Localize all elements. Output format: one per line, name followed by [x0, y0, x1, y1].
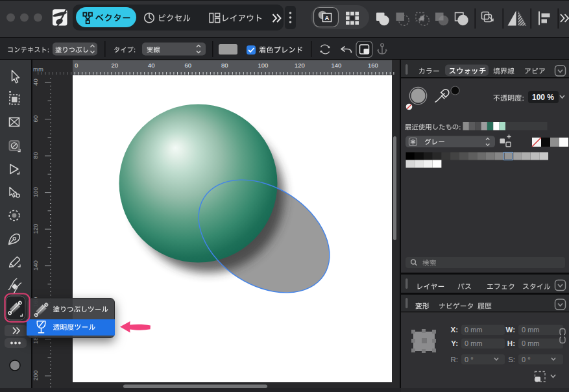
svg-text:X:: X: — [451, 326, 459, 334]
svg-text:H:: H: — [507, 339, 515, 347]
svg-text:100: 100 — [258, 62, 269, 69]
svg-text:140: 140 — [32, 260, 39, 271]
svg-text:A: A — [325, 14, 330, 21]
svg-text:120: 120 — [295, 62, 305, 69]
svg-text:0: 0 — [75, 62, 78, 69]
svg-text:0 mm: 0 mm — [465, 326, 483, 334]
svg-text:80: 80 — [221, 62, 228, 69]
svg-text:100: 100 — [32, 187, 39, 197]
svg-text:40: 40 — [32, 79, 39, 86]
svg-text:100 %: 100 % — [532, 93, 554, 102]
svg-text:80: 80 — [32, 152, 39, 159]
svg-text:0 °: 0 ° — [522, 356, 531, 363]
svg-text:20: 20 — [112, 62, 119, 69]
svg-text:mm: mm — [33, 66, 43, 73]
svg-text:0 °: 0 ° — [465, 356, 474, 363]
svg-text:S:: S: — [508, 356, 515, 363]
svg-text:W:: W: — [506, 326, 515, 334]
svg-text:R:: R: — [451, 356, 459, 363]
svg-text:40: 40 — [148, 62, 155, 69]
svg-text:200: 200 — [32, 371, 39, 381]
svg-text:Y:: Y: — [451, 339, 458, 347]
svg-text:160: 160 — [368, 62, 378, 69]
svg-text:0 mm: 0 mm — [522, 339, 540, 347]
svg-text:60: 60 — [185, 62, 192, 69]
svg-text:120: 120 — [32, 224, 39, 234]
svg-text:0 mm: 0 mm — [465, 339, 483, 347]
svg-text:0 mm: 0 mm — [522, 326, 540, 334]
svg-text:140: 140 — [332, 62, 342, 69]
svg-text:60: 60 — [32, 116, 39, 123]
